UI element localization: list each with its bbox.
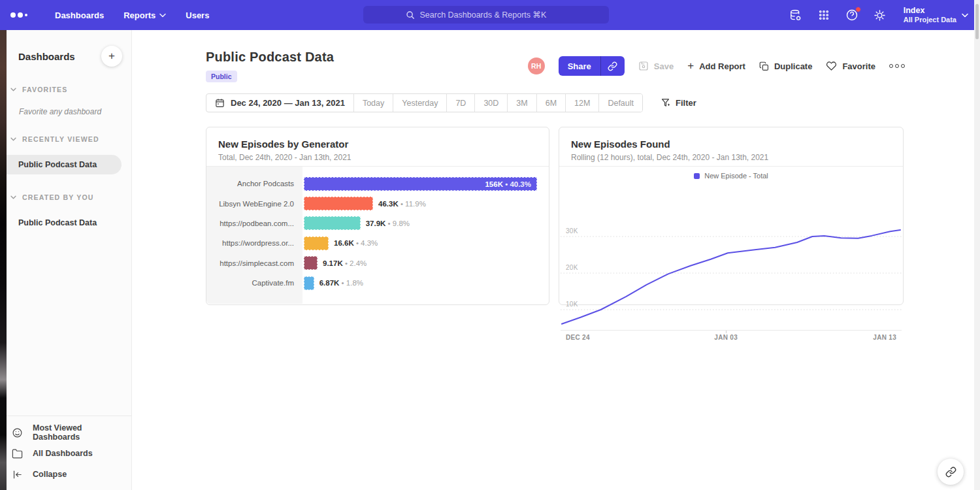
scrollbar-track[interactable] [974, 0, 980, 490]
link-icon [945, 466, 956, 478]
date-range-group: Dec 24, 2020 — Jan 13, 2021 TodayYesterd… [206, 93, 643, 112]
line-chart-subtitle: Rolling (12 hours), total, Dec 24th, 202… [571, 153, 891, 162]
bar-segment[interactable] [304, 216, 361, 230]
collapse-left-icon [12, 469, 23, 480]
bar-segment[interactable]: 156K • 40.3% [304, 177, 537, 191]
nav-item-dashboards[interactable]: Dashboards [55, 10, 104, 20]
section-header-created-by-you[interactable]: CREATED BY YOU [7, 193, 131, 201]
top-nav: Dashboards Reports Users [0, 0, 980, 30]
footer-item-label: Collapse [33, 470, 67, 479]
link-icon [608, 61, 617, 71]
scrollbar-thumb[interactable] [975, 4, 979, 39]
bar-segment[interactable] [304, 237, 329, 250]
bar-segment[interactable] [304, 276, 314, 290]
bar-row: https://simplecast.com9.17K • 2.4% [206, 253, 549, 273]
copy-link-button[interactable] [600, 56, 625, 76]
folder-icon [12, 448, 23, 459]
share-button[interactable]: Share [559, 56, 625, 76]
app-root: Dashboards Reports Users [0, 0, 980, 490]
preset-button-yesterday[interactable]: Yesterday [393, 94, 446, 112]
bar-row: https://podbean.com...37.9K • 9.8% [206, 214, 549, 233]
add-dashboard-button[interactable]: + [101, 46, 122, 67]
bar-row: Anchor Podcasts156K • 40.3% [206, 174, 549, 193]
date-range-label: Dec 24, 2020 — Jan 13, 2021 [231, 98, 345, 108]
bar-segment[interactable] [304, 256, 318, 270]
bar-value-label: 156K • 40.3% [485, 178, 531, 191]
y-axis-tick-label: 30K [566, 227, 578, 235]
add-report-button[interactable]: + Add Report [687, 61, 745, 71]
section-label: RECENTLY VIEWED [22, 135, 99, 143]
legend-label: New Episode - Total [704, 172, 768, 180]
project-selector[interactable]: Index All Project Data [904, 6, 968, 24]
sidebar-item-public-podcast-data[interactable]: Public Podcast Data [7, 155, 122, 174]
bar-row: Captivate.fm6.87K • 1.8% [206, 273, 549, 293]
save-button[interactable]: Save [638, 61, 674, 71]
y-axis-tick-label: 10K [566, 301, 578, 308]
line-chart-svg [561, 221, 902, 331]
nav-item-users[interactable]: Users [186, 10, 209, 20]
y-axis-tick-label: 20K [566, 264, 578, 271]
most-viewed-dashboards-button[interactable]: Most Viewed Dashboards [12, 422, 131, 443]
bar-value-label: 6.87K • 1.8% [319, 279, 363, 287]
bar-value-label: 9.17K • 2.4% [323, 259, 367, 267]
bar-category-label: https://wordpress.or... [206, 239, 302, 247]
bar-category-label: Captivate.fm [206, 279, 302, 287]
sidebar-title: Dashboards [18, 51, 75, 62]
section-label: FAVORITES [22, 86, 68, 93]
data-management-icon[interactable] [789, 8, 803, 22]
bar-row: Libsyn WebEngine 2.046.3K • 11.9% [206, 193, 549, 213]
line-plot-area[interactable]: 10K20K30K [561, 221, 902, 331]
mixpanel-logo-icon[interactable] [10, 12, 27, 18]
apps-grid-icon[interactable] [817, 8, 831, 22]
plus-icon: + [687, 61, 694, 71]
section-header-favorites[interactable]: FAVORITES [7, 86, 131, 93]
settings-gear-icon[interactable] [873, 8, 887, 22]
filter-icon [661, 98, 670, 108]
search-icon [406, 10, 415, 20]
bar-row: https://wordpress.or...16.6K • 4.3% [206, 233, 549, 253]
duplicate-button[interactable]: Duplicate [759, 61, 813, 71]
nav-item-reports[interactable]: Reports [123, 10, 166, 20]
copy-public-link-button[interactable] [938, 459, 964, 485]
line-chart-title: New Episodes Found [571, 139, 891, 150]
line-chart-card: New Episodes Found Rolling (12 hours), t… [559, 127, 904, 305]
preset-button-default[interactable]: Default [598, 94, 642, 112]
bar-chart-card: New Episodes by Generator Total, Dec 24t… [206, 127, 549, 305]
preset-button-3m[interactable]: 3M [507, 94, 536, 112]
chart-legend: New Episode - Total [559, 167, 903, 180]
bar-value-label: 16.6K • 4.3% [334, 239, 378, 247]
footer-item-label: Most Viewed Dashboards [33, 423, 131, 442]
date-presets: TodayYesterday7D30D3M6M12MDefault [353, 94, 642, 112]
legend-swatch [694, 173, 700, 179]
avatar[interactable]: RH [528, 57, 545, 74]
filter-label: Filter [676, 98, 696, 108]
duplicate-label: Duplicate [774, 61, 813, 71]
preset-button-6m[interactable]: 6M [536, 94, 565, 112]
date-range-picker[interactable]: Dec 24, 2020 — Jan 13, 2021 [206, 94, 353, 112]
save-button-label: Save [654, 61, 674, 71]
notification-badge [855, 7, 861, 12]
more-options-button[interactable] [889, 61, 905, 71]
filter-button[interactable]: Filter [661, 98, 696, 108]
share-button-label[interactable]: Share [559, 56, 600, 76]
search-input[interactable] [420, 10, 567, 20]
preset-button-7d[interactable]: 7D [446, 94, 474, 112]
all-dashboards-button[interactable]: All Dashboards [12, 443, 131, 464]
preset-button-today[interactable]: Today [353, 94, 393, 112]
footer-item-label: All Dashboards [33, 449, 93, 458]
bar-segment[interactable] [304, 197, 373, 210]
favorite-button[interactable]: Favorite [826, 61, 875, 71]
section-header-recently-viewed[interactable]: RECENTLY VIEWED [7, 135, 131, 143]
help-icon[interactable] [845, 8, 859, 22]
sidebar-item-public-podcast-data-created[interactable]: Public Podcast Data [7, 213, 131, 233]
preset-button-30d[interactable]: 30D [474, 94, 507, 112]
chevron-down-icon [159, 13, 166, 18]
collapse-sidebar-button[interactable]: Collapse [12, 464, 131, 485]
sidebar: Dashboards + FAVORITES Favorite any dash… [7, 30, 132, 490]
calendar-icon [215, 98, 225, 108]
bar-chart-title: New Episodes by Generator [218, 139, 537, 150]
search-bar[interactable] [363, 6, 609, 24]
project-name: Index [904, 6, 956, 16]
favorite-label: Favorite [842, 61, 875, 71]
preset-button-12m[interactable]: 12M [565, 94, 598, 112]
